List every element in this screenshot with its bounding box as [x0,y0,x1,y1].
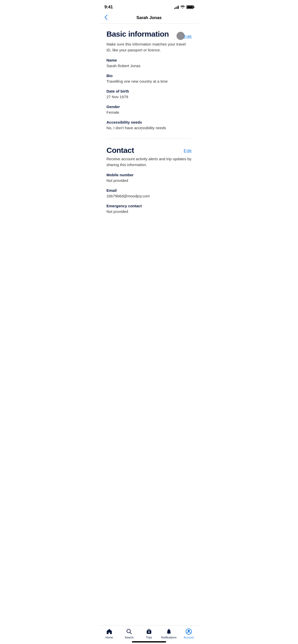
contact-description: Receive account activity alerts and trip… [106,156,192,168]
field-dob: Date of birth 27 Nov 1979 [106,89,192,99]
basic-info-description: Make sure this information matches your … [106,41,192,53]
field-bio-value: Travelling one new country at a time [106,79,192,84]
wifi-icon [180,5,185,9]
field-mobile: Mobile number Not provided [106,173,192,183]
field-bio: Bio Travelling one new country at a time [106,74,192,84]
main-content: Basic information Edit Make sure this in… [99,24,199,248]
field-accessibility-value: No, I don't have accessibility needs [106,125,192,130]
basic-info-edit-button[interactable]: Edit [184,32,192,40]
field-mobile-value: Not provided [106,178,192,183]
field-email-label: Email [106,188,192,193]
section-divider [106,139,192,139]
field-gender: Gender Female [106,105,192,115]
field-emergency-value: Not provided [106,209,192,214]
status-time: 9:41 [104,5,113,10]
back-button[interactable] [104,14,107,21]
contact-edit-button[interactable]: Edit [184,146,192,154]
basic-info-title: Basic information [106,30,169,38]
field-email: Email 1bb79b6d@moodjoy.com [106,188,192,199]
basic-info-section: Basic information Edit Make sure this in… [106,30,192,130]
field-name: Name Sarah Robert Jonas [106,58,192,68]
field-accessibility-label: Accessibility needs [106,120,192,124]
status-icons [174,5,194,9]
nav-header: Sarah Jonas [99,12,199,24]
field-bio-label: Bio [106,74,192,78]
field-accessibility: Accessibility needs No, I don't have acc… [106,120,192,130]
field-name-label: Name [106,58,192,62]
field-gender-label: Gender [106,105,192,109]
field-emergency-label: Emergency contact [106,204,192,208]
field-mobile-label: Mobile number [106,173,192,177]
page-title: Sarah Jonas [137,15,162,20]
field-name-value: Sarah Robert Jonas [106,63,192,68]
basic-info-edit-group: Edit [177,30,192,40]
status-bar: 9:41 [99,0,199,12]
contact-header: Contact Edit [106,146,192,155]
field-dob-label: Date of birth [106,89,192,93]
battery-icon [186,5,194,9]
contact-title: Contact [106,146,134,155]
signal-icon [174,5,179,9]
field-emergency: Emergency contact Not provided [106,204,192,214]
field-gender-value: Female [106,110,192,115]
field-email-value: 1bb79b6d@moodjoy.com [106,193,192,199]
contact-section: Contact Edit Receive account activity al… [106,146,192,214]
field-dob-value: 27 Nov 1979 [106,94,192,99]
basic-info-header: Basic information Edit [106,30,192,40]
